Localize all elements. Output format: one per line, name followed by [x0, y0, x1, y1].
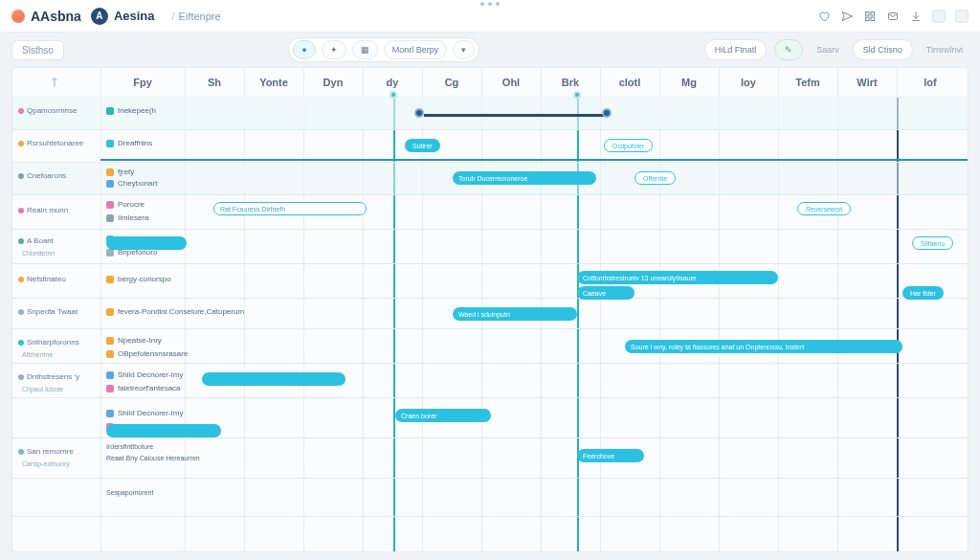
avatar-icon: A — [91, 8, 108, 25]
more-button[interactable] — [932, 10, 946, 23]
col-h: Mg — [659, 68, 719, 97]
task-label[interactable]: Cheybonart — [106, 179, 157, 188]
task-bar[interactable] — [106, 424, 221, 437]
section-label[interactable]: Qpamosrmnse — [18, 106, 99, 115]
svg-rect-0 — [866, 11, 870, 15]
task-label[interactable]: Sespapomorent — [106, 489, 153, 496]
timeline-grid[interactable]: Fpy Sh Yonte Dyn dy Cg Ohl Brk clotl Mg … — [12, 68, 968, 551]
timeline-panel: Fpy Sh Yonte Dyn dy Cg Ohl Brk clotl Mg … — [11, 67, 969, 552]
sort-button[interactable]: ✎ — [774, 39, 803, 60]
section-label[interactable]: Sntharpforonns — [18, 338, 99, 347]
task-label[interactable]: Shild Decnorer-Imy — [106, 409, 183, 417]
settings-button[interactable] — [955, 10, 969, 23]
task-bar[interactable] — [202, 372, 345, 386]
col-h: clotl — [600, 68, 659, 97]
task-bar[interactable]: Waed i sduinputn — [453, 307, 577, 321]
task-bar[interactable]: Feerchove — [577, 449, 644, 462]
col-h: Cg — [422, 68, 481, 97]
section-sublabel: Chbnttetnn — [22, 250, 102, 257]
share-button[interactable]: Sld Ctisno — [853, 39, 913, 60]
section-label[interactable]: Cnefoarons — [18, 171, 99, 180]
task-label[interactable]: Dreaffnins — [106, 139, 152, 147]
heart-icon[interactable] — [817, 10, 831, 23]
task-bar[interactable]: Cntfonthstrestruniv 13 unearoly9sauer — [577, 271, 778, 284]
task-bar[interactable]: Craen borer — [395, 409, 491, 422]
view-chip-cal[interactable]: ▦ — [352, 40, 378, 59]
task-label[interactable]: fjrety — [106, 168, 134, 176]
task-bar[interactable]: Toruh Ducerreoroneroe — [453, 171, 596, 185]
drag-handle-icon — [480, 0, 500, 6]
svg-rect-1 — [871, 11, 875, 15]
task-label[interactable]: faletreorf'antesaca — [106, 384, 181, 392]
section-label[interactable]: Snpedta Twaat — [18, 307, 99, 316]
col-h: Yonte — [244, 68, 303, 97]
grid-icon[interactable] — [863, 10, 877, 23]
section-label[interactable]: Realn munn — [18, 206, 99, 214]
task-label[interactable]: OBpefotensnsrasare — [106, 349, 188, 358]
sub-header: Slsthso ● ✦ ▦ Monrl Berpy ▾ HiLd Ftnatl … — [0, 33, 980, 67]
header-marker-icon — [390, 91, 397, 99]
task-bar[interactable]: Soure l wny, roley ta flassores anaf un … — [625, 340, 902, 353]
task-label[interactable]: Irdersfinttboture — [106, 443, 153, 450]
section-label[interactable]: Dnthstresens 'y — [18, 372, 99, 381]
section-label[interactable]: Nefsttnateo — [18, 275, 99, 283]
header-marker-icon — [573, 91, 581, 99]
col-h: Tefm — [778, 68, 837, 97]
task-bar[interactable]: Rat Fcaoress Dirfnefh — [213, 202, 367, 215]
task-bar[interactable] — [106, 236, 187, 250]
task-label[interactable]: Npeatse-Inry — [106, 336, 162, 345]
section-label[interactable]: A Boant — [18, 236, 99, 245]
view-toolbar: ● ✦ ▦ Monrl Berpy ▾ — [288, 37, 479, 62]
filter-button[interactable]: HiLd Ftnatl — [704, 39, 768, 60]
section-sublabel: Cansp-eotnonry — [22, 460, 102, 467]
task-label[interactable]: fevera-Pondinl.Conselore,Catoperum — [106, 307, 244, 316]
svg-rect-2 — [866, 17, 870, 21]
download-icon[interactable] — [909, 10, 923, 23]
project-tab[interactable]: Slsthso — [11, 40, 64, 60]
workspace-name: Aesina — [114, 9, 155, 23]
task-label[interactable]: Shild Decnorer-Imy — [106, 370, 183, 379]
milestone-icon[interactable] — [414, 108, 424, 118]
col-h: Dyn — [303, 68, 363, 97]
milestone-icon[interactable] — [602, 108, 612, 118]
col-h: lof — [897, 68, 964, 97]
task-label[interactable]: Inekepee(h — [106, 106, 156, 115]
view-chip-list[interactable]: ● — [293, 40, 315, 59]
logo[interactable]: AAsbna — [11, 9, 81, 24]
app-header: AAsbna A Aesina Eiftenpre — [0, 0, 980, 33]
task-bar[interactable]: Caeave — [577, 286, 635, 300]
breadcrumb[interactable]: Eiftenpre — [172, 11, 221, 22]
col-fpy: Fpy — [100, 68, 185, 97]
section-label[interactable]: San remornre — [18, 447, 99, 456]
header-actions — [817, 10, 969, 23]
svg-rect-3 — [871, 17, 875, 21]
task-tag[interactable]: Ocilpotvier — [604, 139, 653, 152]
task-bar[interactable]: Har fider — [902, 286, 944, 300]
col-h: Brk — [541, 68, 600, 97]
task-label[interactable]: Porocre — [106, 200, 145, 209]
task-tag[interactable]: Offernte — [635, 171, 676, 185]
task-bar[interactable]: Sutirer — [405, 139, 440, 152]
task-label[interactable]: Reaat Bny Calouse Hereaurren — [106, 455, 200, 461]
col-h: Wirt — [837, 68, 897, 97]
send-icon[interactable] — [840, 10, 854, 23]
view-chip-more[interactable]: ▾ — [453, 40, 475, 59]
expand-all-icon[interactable] — [12, 68, 100, 97]
logo-text: AAsbna — [31, 9, 81, 24]
task-bar[interactable] — [424, 114, 606, 117]
task-tag[interactable]: Silfaeno — [912, 236, 953, 250]
view-label[interactable]: Tirrewlnvi — [921, 45, 969, 55]
section-sublabel: Attrhentne — [22, 351, 102, 358]
col-h: Ohl — [481, 68, 541, 97]
mail-icon[interactable] — [886, 10, 900, 23]
task-label[interactable]: bergy-conorspo — [106, 275, 171, 283]
task-label[interactable]: Iimlesera — [106, 213, 148, 222]
section-sublabel: Chpaul lutode — [22, 386, 102, 392]
view-chip-board[interactable]: ✦ — [322, 40, 346, 59]
section-label[interactable]: Rsrsuhtetonaree — [18, 139, 99, 147]
col-h: loy — [719, 68, 778, 97]
view-chip-label[interactable]: Monrl Berpy — [384, 40, 448, 59]
workspace-badge[interactable]: A Aesina — [91, 8, 155, 25]
sort-label[interactable]: Saarv — [811, 45, 845, 55]
task-tag[interactable]: Reverseerpt — [797, 202, 851, 215]
